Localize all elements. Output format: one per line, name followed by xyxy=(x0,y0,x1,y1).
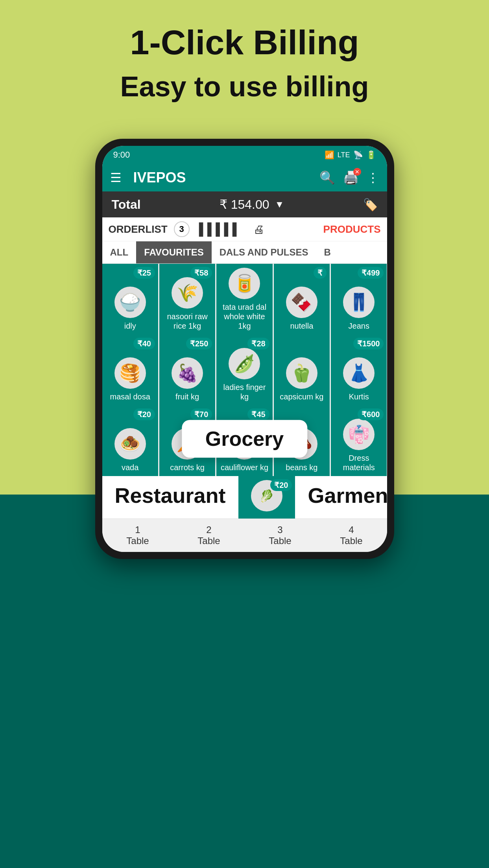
price-kurtis: ₹1500 xyxy=(353,338,384,349)
phone-screen: 9:00 📶 LTE 📡 🔋 ☰ IVEPOS 🔍 xyxy=(102,146,387,552)
tab-dals[interactable]: DALS AND PULSES xyxy=(212,241,316,263)
tab-favourites[interactable]: FAVOURITES xyxy=(136,241,212,263)
price-masal-dosa: ₹40 xyxy=(133,338,155,349)
products-section: ₹25 🍚 idly ₹58 🌾 nasoori raw rice 1kg 🥫 xyxy=(102,264,387,552)
status-bar: 9:00 📶 LTE 📡 🔋 xyxy=(102,146,387,164)
tab-label-4: Table xyxy=(319,535,384,546)
name-dress-materials: Dress materials xyxy=(333,453,384,472)
name-idly: idly xyxy=(124,321,136,331)
phone-frame: 9:00 📶 LTE 📡 🔋 ☰ IVEPOS 🔍 xyxy=(95,139,394,559)
tab-number-2: 2 xyxy=(177,524,242,535)
sub-title: Easy to use billing xyxy=(16,70,473,103)
bottom-tabs: 1 Table 2 Table 3 Table xyxy=(102,519,387,552)
img-urad-dal: 🥫 xyxy=(229,268,260,299)
search-icon[interactable]: 🔍 xyxy=(319,170,335,185)
product-grid-row1: ₹25 🍚 idly ₹58 🌾 nasoori raw rice 1kg 🥫 xyxy=(102,264,387,335)
img-capsicum: 🫑 xyxy=(286,357,317,389)
product-idly[interactable]: ₹25 🍚 idly xyxy=(102,264,158,335)
orderlist-label: ORDERLIST xyxy=(109,223,168,235)
img-kurtis: 👗 xyxy=(343,357,375,389)
price-raw-rice: ₹58 xyxy=(190,267,212,279)
grocery-label: Grocery xyxy=(182,420,307,458)
battery-icon: 🔋 xyxy=(366,150,376,160)
product-kurtis[interactable]: ₹1500 👗 Kurtis xyxy=(331,335,387,405)
menu-icon[interactable]: ☰ xyxy=(110,170,122,185)
category-tabs: ALL FAVOURITES DALS AND PULSES B xyxy=(102,241,387,264)
img-dress-materials: 👘 xyxy=(343,419,375,450)
app-title: IVEPOS xyxy=(133,169,312,186)
tab-number-1: 1 xyxy=(105,524,170,535)
name-carrots: carrots kg xyxy=(170,463,205,472)
tab-table-2[interactable]: 2 Table xyxy=(173,519,245,552)
product-dress-materials[interactable]: ₹600 👘 Dress materials xyxy=(331,405,387,476)
price-jeans: ₹499 xyxy=(358,267,384,279)
print-icon[interactable]: 🖨️ ✕ xyxy=(343,170,359,185)
print-icon-bar[interactable]: 🖨 xyxy=(253,223,264,236)
price-dress-materials: ₹600 xyxy=(358,408,384,420)
tab-all[interactable]: ALL xyxy=(102,241,137,263)
tab-table-1[interactable]: 1 Table xyxy=(102,519,173,552)
img-raw-rice: 🌾 xyxy=(172,277,203,309)
tab-number-3: 3 xyxy=(248,524,313,535)
more-options-icon[interactable]: ⋮ xyxy=(367,170,379,185)
price-cauliflower: ₹45 xyxy=(247,408,269,420)
img-idly: 🍚 xyxy=(114,287,146,318)
tab-number-4: 4 xyxy=(319,524,384,535)
product-urad-dal[interactable]: 🥫 tata urad dal whole white 1kg xyxy=(216,264,272,335)
price-fruit-kg: ₹250 xyxy=(186,338,212,349)
name-fruit-kg: fruit kg xyxy=(175,392,199,401)
tab-table-3[interactable]: 3 Table xyxy=(245,519,316,552)
price-partial: ₹20 xyxy=(270,479,292,491)
name-urad-dal: tata urad dal whole white 1kg xyxy=(219,302,270,331)
phone-container: 9:00 📶 LTE 📡 🔋 ☰ IVEPOS 🔍 xyxy=(95,139,394,559)
tab-table-4[interactable]: 4 Table xyxy=(316,519,387,552)
product-fruit-kg[interactable]: ₹250 🍇 fruit kg xyxy=(159,335,215,405)
price-idly: ₹25 xyxy=(133,267,155,279)
tab-other[interactable]: B xyxy=(316,241,339,263)
name-ladies-finger: ladies finger kg xyxy=(219,383,270,401)
product-nutella[interactable]: ₹ 🍫 nutella xyxy=(274,264,330,335)
name-capsicum: capsicum kg xyxy=(280,392,323,401)
lte-label: LTE xyxy=(338,151,350,159)
total-label: Total xyxy=(112,197,141,212)
product-raw-rice[interactable]: ₹58 🌾 nasoori raw rice 1kg xyxy=(159,264,215,335)
price-carrots: ₹70 xyxy=(190,408,212,420)
signal-icon: 📡 xyxy=(353,150,363,160)
tab-label-1: Table xyxy=(105,535,170,546)
bottom-labels-row: Restaurant ₹20 🥬 Garments xyxy=(102,476,387,519)
name-masal-dosa: masal dosa xyxy=(110,392,150,401)
price-vada: ₹20 xyxy=(133,408,155,420)
product-jeans[interactable]: ₹499 👖 Jeans xyxy=(331,264,387,335)
total-amount: ₹ 154.00 ▼ xyxy=(220,197,284,212)
product-masal-dosa[interactable]: ₹40 🥞 masal dosa xyxy=(102,335,158,405)
row3-with-overlay: ₹20 🧆 vada ₹70 🥕 carrots kg xyxy=(102,405,387,476)
status-time: 9:00 xyxy=(113,150,130,160)
barcode-icon[interactable]: ▌▌▌▌▌ xyxy=(199,223,241,236)
img-fruit-kg: 🍇 xyxy=(172,357,203,389)
product-vada[interactable]: ₹20 🧆 vada xyxy=(102,405,158,476)
price-nutella: ₹ xyxy=(314,267,327,279)
tab-label-2: Table xyxy=(177,535,242,546)
img-nutella: 🍫 xyxy=(286,287,317,318)
header-section: 1-Click Billing Easy to use billing xyxy=(0,0,489,115)
img-masal-dosa: 🥞 xyxy=(114,357,146,389)
tag-icon: 🏷️ xyxy=(363,198,378,211)
name-raw-rice: nasoori raw rice 1kg xyxy=(162,312,213,331)
phone-wrapper: 9:00 📶 LTE 📡 🔋 ☰ IVEPOS 🔍 xyxy=(0,115,489,559)
product-partial[interactable]: ₹20 🥬 xyxy=(238,476,295,519)
orderlist-bar: ORDERLIST 3 ▌▌▌▌▌ 🖨 PRODUCTS xyxy=(102,217,387,241)
img-vada: 🧆 xyxy=(114,428,146,460)
main-title: 1-Click Billing xyxy=(16,24,473,62)
status-icons: 📶 LTE 📡 🔋 xyxy=(325,150,376,160)
app-toolbar: ☰ IVEPOS 🔍 🖨️ ✕ ⋮ xyxy=(102,164,387,191)
name-jeans: Jeans xyxy=(349,321,369,331)
product-capsicum[interactable]: 🫑 capsicum kg xyxy=(274,335,330,405)
name-kurtis: Kurtis xyxy=(349,392,369,401)
name-nutella: nutella xyxy=(290,321,313,331)
product-ladies-finger[interactable]: ₹28 🫛 ladies finger kg xyxy=(216,335,272,405)
products-button[interactable]: PRODUCTS xyxy=(323,223,381,235)
page-background: 1-Click Billing Easy to use billing 9:00… xyxy=(0,0,489,868)
name-vada: vada xyxy=(122,463,138,472)
order-count-badge: 3 xyxy=(174,221,190,237)
img-ladies-finger: 🫛 xyxy=(229,348,260,379)
